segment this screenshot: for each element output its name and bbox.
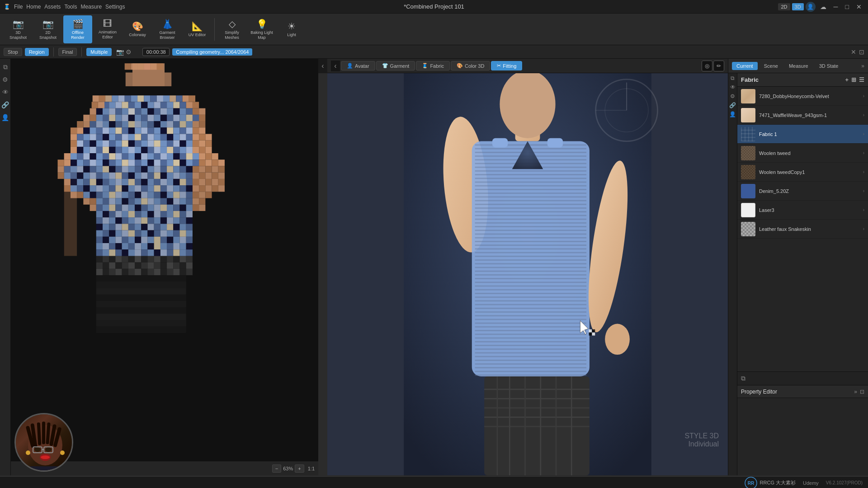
- svg-rect-299: [141, 179, 147, 185]
- sidebar-icon-settings[interactable]: ⚙: [1, 75, 10, 84]
- uv-editor-button[interactable]: 📐 UV Editor: [183, 15, 212, 43]
- fabric-icon-link[interactable]: 🔗: [729, 102, 736, 108]
- svg-rect-509: [135, 230, 141, 237]
- fabric-item-honeycomb[interactable]: 7280_DobbyHoneycomb-Velvet ›: [737, 87, 868, 106]
- zoom-in-button[interactable]: +: [295, 465, 304, 473]
- subtoolbar: Stop Region Final Multiple 📷 ⚙ 00:00:38 …: [0, 45, 868, 59]
- fabric-grid-icon[interactable]: ⊞: [851, 76, 856, 83]
- fabric-item-waffle[interactable]: 7471_WaffleWeave_943gsm-1 ›: [737, 106, 868, 125]
- menu-home[interactable]: Home: [26, 4, 41, 10]
- svg-rect-404: [96, 327, 186, 333]
- region-button[interactable]: Region: [25, 48, 49, 56]
- garment-browser-button[interactable]: 👗 GarmentBrowser: [153, 15, 182, 43]
- window-cloud-icon[interactable]: ☁: [817, 2, 829, 11]
- fabric-list-icon[interactable]: ☰: [859, 76, 864, 83]
- fabric-item-denim[interactable]: Denim_5.20Z ›: [737, 182, 868, 201]
- tab-current[interactable]: Current: [732, 62, 758, 70]
- nav-arrow-left[interactable]: ‹: [318, 59, 327, 73]
- fabric-icon-layers[interactable]: ⧉: [731, 75, 735, 81]
- tab-avatar[interactable]: 👤 Avatar: [341, 61, 375, 70]
- window-user-icon[interactable]: 👤: [806, 2, 816, 12]
- svg-rect-89: [135, 121, 141, 127]
- menu-measure[interactable]: Measure: [80, 4, 102, 10]
- light-button[interactable]: ☀ Light: [277, 15, 306, 43]
- animation-editor-button[interactable]: 🎞 AnimationEditor: [93, 15, 122, 43]
- tabs-nav-left[interactable]: ‹: [331, 61, 340, 71]
- fabric-item-tweedcopy[interactable]: Woolen tweedCopy1 ›: [737, 163, 868, 182]
- baking-light-icon: 💡: [256, 19, 268, 29]
- menu-assets[interactable]: Assets: [44, 4, 61, 10]
- fabric-item-tweed[interactable]: Woolen tweed ›: [737, 144, 868, 163]
- svg-rect-203: [154, 153, 160, 160]
- snapshot-2d-button[interactable]: 📷 2DSnapshot: [33, 15, 62, 43]
- svg-rect-272: [96, 173, 103, 179]
- svg-rect-358: [186, 192, 193, 198]
- mode-3d[interactable]: 3D: [792, 3, 804, 10]
- view-tool-pencil[interactable]: ✏: [713, 61, 724, 71]
- svg-rect-155: [141, 141, 147, 147]
- svg-rect-489: [103, 224, 109, 230]
- fabric-item-fabric1[interactable]: Fabric 1 ›: [737, 125, 868, 144]
- svg-rect-91: [147, 121, 154, 127]
- window-close[interactable]: ✕: [854, 2, 864, 11]
- menu-file[interactable]: File: [14, 4, 23, 10]
- tab-color3d[interactable]: 🎨 Color 3D: [451, 61, 490, 70]
- property-expand-icon[interactable]: »: [854, 389, 857, 395]
- svg-rect-428: [147, 198, 154, 205]
- mode-2d[interactable]: 2D: [778, 3, 790, 10]
- simplify-button[interactable]: ◇ SimplifyMeshes: [217, 15, 246, 43]
- sidebar-icon-eye[interactable]: 👁: [1, 88, 10, 97]
- tab-garment[interactable]: 👕 Garment: [376, 61, 415, 70]
- sidebar-icon-link[interactable]: 🔗: [1, 100, 10, 109]
- sidebar-icon-person[interactable]: 👤: [1, 113, 10, 122]
- svg-rect-101: [77, 127, 83, 134]
- fabric-icon-eye[interactable]: 👁: [730, 84, 736, 90]
- svg-rect-526: [147, 237, 154, 243]
- tab-fabric[interactable]: 🧵 Fabric: [416, 61, 450, 70]
- view-tool-render[interactable]: ◎: [702, 61, 712, 71]
- fabric-header-icons: + ⊞ ☰: [845, 76, 864, 83]
- tab-3d-state[interactable]: 3D State: [815, 62, 843, 70]
- fabric-add-icon[interactable]: +: [845, 76, 849, 83]
- property-detach-icon[interactable]: ⊡: [860, 389, 864, 395]
- menu-settings[interactable]: Settings: [105, 4, 125, 10]
- fabric-icon-person[interactable]: 👤: [729, 111, 736, 117]
- final-button[interactable]: Final: [58, 48, 77, 56]
- offline-render-button[interactable]: 🎬 OfflineRender: [63, 15, 92, 43]
- svg-rect-666: [524, 376, 526, 475]
- fabric-item-snakeskin[interactable]: Leather faux Snakeskin ›: [737, 220, 868, 239]
- snapshot-3d-button[interactable]: 📷 3DSnapshot: [4, 15, 33, 43]
- fabric-panel-expand[interactable]: »: [861, 63, 864, 69]
- svg-rect-331: [154, 185, 160, 192]
- tab-fitting[interactable]: ✂ Fitting: [491, 61, 522, 70]
- svg-rect-110: [135, 127, 141, 134]
- stop-button[interactable]: Stop: [4, 48, 22, 56]
- window-minimize[interactable]: ─: [831, 2, 841, 11]
- svg-rect-643: [475, 341, 586, 343]
- zoom-out-button[interactable]: −: [272, 465, 281, 473]
- subtoolbar-expand[interactable]: ⊡: [859, 48, 864, 56]
- baking-light-button[interactable]: 💡 Baking LightMap: [247, 15, 276, 43]
- svg-rect-494: [135, 224, 141, 230]
- subtoolbar-close[interactable]: ✕: [851, 48, 856, 56]
- svg-rect-559: [167, 249, 173, 256]
- colorway-button[interactable]: 🎨 Colorway: [123, 15, 152, 43]
- fabric-icon-settings[interactable]: ⚙: [730, 93, 735, 99]
- fabric-item-laser[interactable]: Laser3 ›: [737, 201, 868, 220]
- svg-rect-485: [173, 217, 179, 224]
- svg-rect-669: [571, 376, 572, 475]
- svg-rect-269: [77, 173, 83, 179]
- multiple-button[interactable]: Multiple: [86, 48, 112, 56]
- menu-tools[interactable]: Tools: [64, 4, 77, 10]
- svg-rect-56: [173, 108, 179, 115]
- tab-measure[interactable]: Measure: [784, 62, 813, 70]
- svg-rect-222: [115, 160, 122, 166]
- fabric-bottom-icon-layers[interactable]: ⧉: [741, 375, 745, 382]
- svg-rect-26: [189, 95, 195, 102]
- svg-rect-518: [96, 237, 103, 243]
- svg-rect-403: [96, 320, 186, 327]
- svg-rect-120: [199, 127, 205, 134]
- sidebar-icon-layers[interactable]: ⧉: [1, 62, 10, 71]
- window-maximize[interactable]: □: [843, 2, 852, 11]
- tab-scene[interactable]: Scene: [760, 62, 783, 70]
